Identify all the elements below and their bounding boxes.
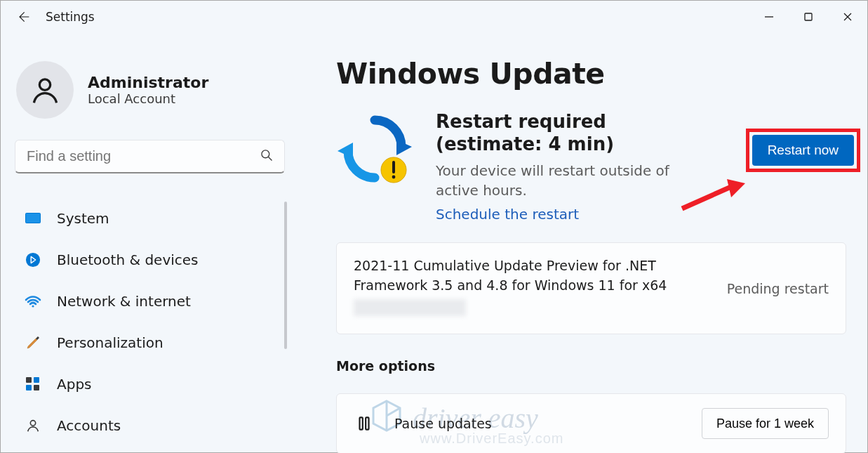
update-status: Pending restart (727, 281, 829, 296)
close-button[interactable] (828, 1, 867, 33)
page-title: Windows Update (336, 57, 846, 91)
svg-rect-12 (26, 377, 32, 383)
maximize-button[interactable] (789, 1, 828, 33)
sidebar-item-label: Network & internet (57, 293, 191, 310)
restart-now-button[interactable]: Restart now (752, 135, 854, 166)
update-title: 2021-11 Cumulative Update Preview for .N… (354, 256, 713, 321)
minimize-button[interactable] (749, 1, 789, 33)
svg-point-21 (392, 176, 396, 179)
sidebar-item-accounts[interactable]: Accounts (15, 406, 280, 445)
sidebar: Administrator Local Account System (1, 33, 294, 453)
sidebar-item-label: Apps (57, 376, 92, 393)
sidebar-scrollbar[interactable] (284, 202, 287, 349)
apps-icon (25, 376, 41, 393)
svg-point-11 (32, 305, 34, 307)
avatar (16, 61, 74, 119)
svg-rect-13 (34, 377, 39, 383)
svg-rect-15 (34, 385, 39, 390)
svg-rect-14 (26, 385, 32, 390)
pause-updates-card[interactable]: driver easy www.DriverEasy.com Pause upd… (336, 393, 846, 453)
sidebar-item-label: Accounts (57, 417, 121, 434)
sidebar-menu: System Bluetooth & devices Network & int… (15, 199, 280, 445)
titlebar: Settings (1, 1, 867, 33)
bluetooth-icon (25, 251, 41, 268)
profile-name: Administrator (88, 74, 208, 91)
svg-point-10 (26, 252, 40, 266)
svg-point-16 (30, 420, 35, 425)
wifi-icon (25, 293, 41, 310)
restart-subtext: Your device will restart outside of acti… (436, 161, 695, 200)
svg-rect-1 (805, 13, 812, 20)
sidebar-item-label: Personalization (57, 334, 163, 351)
profile-text: Administrator Local Account (88, 74, 208, 106)
sidebar-item-network[interactable]: Network & internet (15, 282, 280, 320)
watermark-text2: www.DriverEasy.com (420, 431, 563, 447)
restart-heading: Restart required (estimate: 4 min) (436, 110, 695, 155)
paintbrush-icon (25, 334, 41, 351)
more-options-heading: More options (336, 358, 846, 374)
annotation-highlight-box: Restart now (746, 129, 860, 172)
sidebar-item-label: System (57, 210, 109, 227)
sidebar-item-apps[interactable]: Apps (15, 365, 280, 403)
restart-text: Restart required (estimate: 4 min) Your … (436, 110, 695, 223)
body: Administrator Local Account System (1, 33, 867, 453)
pause-1-week-button[interactable]: Pause for 1 week (702, 408, 829, 439)
restart-block: Restart required (estimate: 4 min) Your … (336, 110, 846, 223)
search-input[interactable] (15, 140, 285, 173)
window-controls (749, 1, 867, 33)
sidebar-item-bluetooth[interactable]: Bluetooth & devices (15, 240, 280, 279)
sidebar-item-label: Bluetooth & devices (57, 251, 199, 268)
svg-rect-9 (26, 214, 40, 223)
app-title: Settings (46, 10, 95, 24)
main-content: Windows Update Restart required (estimat… (294, 33, 867, 453)
svg-rect-25 (360, 417, 363, 429)
update-title-redacted (354, 299, 466, 316)
update-title-line2: Framework 3.5 and 4.8 for Windows 11 for… (354, 277, 667, 293)
search-field[interactable] (15, 140, 285, 173)
pause-updates-label: Pause updates (394, 416, 492, 431)
svg-point-4 (39, 79, 50, 90)
schedule-restart-link[interactable]: Schedule the restart (436, 206, 695, 223)
update-sync-icon (336, 110, 413, 188)
back-icon[interactable] (16, 10, 30, 24)
profile-block[interactable]: Administrator Local Account (16, 61, 280, 119)
svg-line-6 (269, 157, 272, 161)
svg-line-24 (387, 408, 400, 416)
svg-rect-26 (366, 417, 368, 429)
pause-icon (354, 413, 375, 434)
search-icon (260, 148, 274, 165)
profile-subtitle: Local Account (88, 91, 208, 106)
titlebar-left: Settings (16, 10, 95, 24)
accounts-icon (25, 417, 41, 434)
settings-window: Settings Administrator Local Acco (0, 0, 868, 453)
sidebar-item-system[interactable]: System (15, 199, 280, 237)
update-title-line1: 2021-11 Cumulative Update Preview for .N… (354, 258, 656, 273)
sidebar-item-personalization[interactable]: Personalization (15, 323, 280, 362)
update-card[interactable]: 2021-11 Cumulative Update Preview for .N… (336, 242, 846, 334)
svg-point-5 (262, 150, 269, 158)
system-icon (25, 210, 41, 227)
